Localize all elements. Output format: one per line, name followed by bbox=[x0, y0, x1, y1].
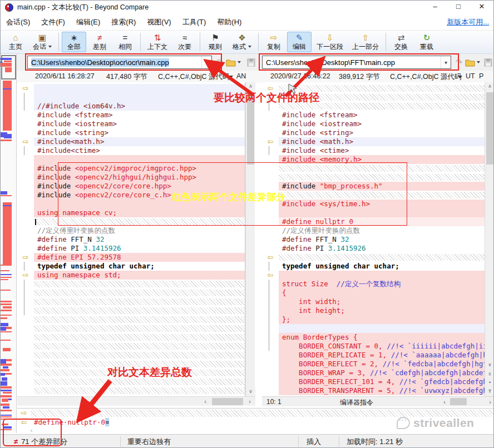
swap-button[interactable]: ⇄交换 bbox=[389, 32, 413, 52]
menu-session[interactable]: 会话(S) bbox=[1, 14, 36, 30]
code-line[interactable]: #include<ctime> bbox=[17, 146, 245, 155]
left-path-combo[interactable]: C:\Users\shenbo\Desktop\ocr\ocr\main.cpp… bbox=[27, 56, 212, 69]
menu-file[interactable]: 文件(F) bbox=[36, 14, 71, 30]
code-line[interactable]: ⇨ bbox=[17, 84, 245, 93]
code-line[interactable] bbox=[262, 324, 485, 333]
code-line[interactable] bbox=[17, 377, 245, 386]
code-line[interactable]: #define nullptr 0 bbox=[262, 217, 485, 226]
prev-section-button[interactable]: ⇧上一部分 bbox=[348, 32, 383, 52]
code-line[interactable]: typedef unsigned char uchar; bbox=[17, 262, 245, 271]
minimize-button[interactable]: – bbox=[423, 1, 447, 14]
diff-section-arrow-icon[interactable]: ⇦ bbox=[262, 253, 279, 262]
diff-overview-map[interactable] bbox=[1, 54, 17, 433]
left-vertical-scrollbar[interactable]: ∧ ∨ bbox=[245, 82, 255, 396]
left-open-folder-caret[interactable] bbox=[236, 57, 241, 68]
right-vertical-scrollbar[interactable]: ∧ ∨ ± • Ŧ bbox=[485, 82, 494, 396]
same-button[interactable]: =相同 bbox=[113, 32, 137, 52]
code-line[interactable]: #include <opencv2/core/core.hpp> bbox=[17, 182, 245, 191]
code-line[interactable] bbox=[262, 191, 485, 200]
left-hscroll-left-icon[interactable]: ‹ bbox=[201, 398, 210, 405]
code-line[interactable]: BORDER_REFLECT_101 = 4, //!< `gfedcb|abc… bbox=[262, 377, 485, 386]
menu-edit[interactable]: 编辑(E) bbox=[71, 14, 106, 30]
right-scroll-thumb[interactable] bbox=[486, 92, 493, 165]
code-line[interactable]: enum BorderTypes { bbox=[262, 333, 485, 342]
code-line[interactable] bbox=[17, 200, 245, 208]
rules-button[interactable]: ⚑规则 bbox=[203, 32, 228, 52]
menu-view[interactable]: 视图(V) bbox=[141, 14, 176, 30]
right-scroll-down-icon[interactable]: ∨ bbox=[485, 361, 494, 370]
code-line[interactable] bbox=[17, 288, 245, 297]
right-hscroll-thumb[interactable] bbox=[450, 398, 467, 405]
home-button[interactable]: ⌂主页 bbox=[3, 32, 28, 52]
code-line[interactable]: #include <opencv2/imgproc/imgproc.hpp> bbox=[17, 164, 245, 173]
close-button[interactable]: ✕ bbox=[470, 1, 493, 14]
code-line[interactable]: #include <string> bbox=[262, 128, 485, 137]
code-line[interactable]: BORDER_WRAP = 3, //!< `cdefgh|abcdefgh|a… bbox=[262, 369, 485, 377]
code-line[interactable] bbox=[17, 93, 245, 102]
left-file-format[interactable]: C,C++,C#,ObjC 源代码 bbox=[158, 72, 230, 82]
code-line[interactable]: { bbox=[262, 288, 485, 297]
code-line[interactable] bbox=[17, 386, 245, 395]
left-reload-file-icon[interactable]: ↷ bbox=[214, 57, 225, 68]
code-line[interactable] bbox=[262, 164, 485, 173]
right-scroll-up-icon[interactable]: ∧ bbox=[485, 82, 494, 91]
next-section-button[interactable]: ⇩下一区段 bbox=[313, 32, 347, 52]
code-line[interactable] bbox=[17, 315, 245, 324]
menu-help[interactable]: 帮助(H) bbox=[211, 14, 247, 30]
code-line[interactable]: using namespace cv; bbox=[17, 208, 245, 217]
code-line[interactable]: #include <string> bbox=[17, 128, 245, 137]
left-scroll-thumb[interactable] bbox=[247, 92, 254, 165]
code-line[interactable]: BORDER_TRANSPARENT = 5, //!< `uvwxyz|abc… bbox=[262, 386, 485, 395]
diff-section-arrow-icon[interactable]: ⇦ bbox=[262, 271, 279, 280]
diff-section-arrow-icon[interactable]: ⇨ bbox=[17, 253, 34, 262]
menu-tools[interactable]: 工具(T) bbox=[177, 14, 212, 30]
code-line[interactable]: ⇦#include <math.h> bbox=[262, 137, 485, 146]
first-diff-icon[interactable]: ± bbox=[485, 370, 494, 379]
code-line[interactable]: typedef unsigned char uchar; bbox=[262, 262, 485, 271]
diff-section-arrow-icon[interactable]: ⇦ bbox=[262, 84, 279, 93]
format-button[interactable]: ❖格式 bbox=[229, 32, 255, 52]
code-line[interactable]: ⇨using namespace std; bbox=[17, 271, 245, 280]
code-line[interactable]: #include <fstream> bbox=[17, 111, 245, 120]
code-line[interactable] bbox=[262, 173, 485, 182]
code-line[interactable]: //定义傅里叶变换的点数 bbox=[17, 226, 245, 235]
code-line[interactable]: #include <fstream> bbox=[262, 111, 485, 120]
diff-section-arrow-icon[interactable]: ⇨ bbox=[17, 84, 34, 93]
maximize-button[interactable]: □ bbox=[447, 1, 470, 14]
code-line[interactable] bbox=[17, 297, 245, 306]
session-button[interactable]: ▣会话 bbox=[29, 32, 56, 52]
code-line[interactable]: ⇨#define EPI 57.29578 bbox=[17, 253, 245, 262]
code-line[interactable]: ⇦ bbox=[262, 253, 485, 262]
code-line[interactable] bbox=[17, 324, 245, 333]
all-button[interactable]: ∗全部 bbox=[62, 32, 86, 52]
right-open-folder-icon[interactable] bbox=[465, 57, 476, 68]
diff-section-arrow-icon[interactable]: ⇦ bbox=[262, 137, 279, 146]
left-path-dropdown-icon[interactable]: ▾ bbox=[201, 56, 211, 68]
code-line[interactable] bbox=[17, 369, 245, 377]
diff-section-arrow-icon[interactable]: ⇨ bbox=[17, 271, 34, 280]
left-open-folder-icon[interactable] bbox=[225, 57, 236, 68]
code-line[interactable]: #define PI 3.1415926 bbox=[262, 244, 485, 253]
right-hscroll-right-icon[interactable]: › bbox=[486, 399, 494, 405]
current-diff-icon[interactable]: • bbox=[485, 379, 494, 387]
code-line[interactable]: int height; bbox=[262, 306, 485, 315]
left-hscroll-thumb[interactable] bbox=[212, 398, 243, 405]
code-line[interactable]: BORDER_CONSTANT = 0, //!< `iiiiii|abcdef… bbox=[262, 342, 485, 351]
right-hscroll-left-icon[interactable]: ‹ bbox=[440, 399, 449, 405]
code-line[interactable]: BORDER_REFLECT = 2, //!< `fedcba|abcdefg… bbox=[262, 360, 485, 369]
code-line[interactable]: ⇨#include<math.h> bbox=[17, 137, 245, 146]
right-path-dropdown-icon[interactable]: ▾ bbox=[441, 56, 451, 68]
code-line[interactable]: #include <ctime> bbox=[262, 146, 485, 155]
code-line[interactable]: #include <opencv2/highgui/highgui.hpp> bbox=[17, 173, 245, 182]
last-diff-icon[interactable]: Ŧ bbox=[485, 387, 494, 396]
code-line[interactable] bbox=[17, 351, 245, 360]
code-line[interactable]: #include "bmp_process.h" bbox=[262, 182, 485, 191]
code-line[interactable]: //定义傅里叶变换的点数 bbox=[262, 226, 485, 235]
code-line[interactable]: //#include <iom64v.h> bbox=[17, 102, 245, 111]
right-code-pane[interactable]: ⇦#include <fstream>#include <iostream>#i… bbox=[262, 82, 485, 396]
left-scroll-down-icon[interactable]: ∨ bbox=[246, 387, 255, 396]
reload-button[interactable]: ↻重载 bbox=[414, 32, 439, 52]
code-line[interactable] bbox=[262, 208, 485, 217]
code-line[interactable]: #include <iostream> bbox=[17, 120, 245, 128]
left-scroll-up-icon[interactable]: ∧ bbox=[246, 82, 255, 91]
